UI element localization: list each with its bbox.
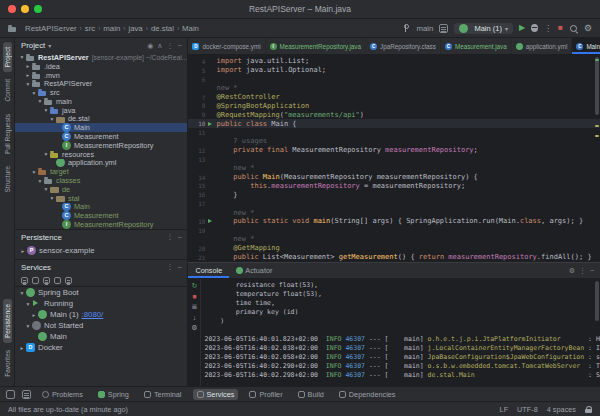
git-branch-label[interactable]: main xyxy=(416,24,433,33)
chevron-icon[interactable]: ▾ xyxy=(30,90,38,96)
chevron-icon[interactable]: ▾ xyxy=(24,301,32,307)
chevron-icon[interactable]: ▾ xyxy=(30,169,38,175)
breadcrumb-item-java[interactable]: java xyxy=(127,24,143,33)
inlay-hint[interactable]: new * xyxy=(216,164,254,172)
more-actions-icon[interactable]: ⋮ xyxy=(544,24,552,33)
chevron-icon[interactable]: ▾ xyxy=(42,107,50,113)
chevron-icon[interactable]: ▸ xyxy=(24,63,32,69)
chevron-icon[interactable]: ▾ xyxy=(24,323,32,329)
breadcrumb-item-restapiserver[interactable]: RestAPIServer xyxy=(24,24,78,33)
tree-item-resources[interactable]: ▾resources xyxy=(15,150,187,159)
editor-line[interactable]: 7@RestController xyxy=(188,93,600,102)
status-item-4-spaces[interactable]: 4 spaces xyxy=(547,405,576,414)
run-configuration-select[interactable]: Main (1) ▾ xyxy=(454,23,513,34)
editor-line[interactable]: 19 xyxy=(188,226,600,235)
tree-item-classes[interactable]: ▾classes xyxy=(15,176,187,185)
tree-item-.idea[interactable]: ▸.idea xyxy=(15,62,187,71)
scroll-to-end-icon[interactable]: ↓ xyxy=(193,314,197,321)
chevron-icon[interactable]: ▸ xyxy=(19,248,27,254)
lock-icon[interactable] xyxy=(585,406,592,413)
editor-line[interactable]: 20 @GetMapping xyxy=(188,244,600,253)
git-branch-icon[interactable] xyxy=(402,24,410,33)
soft-wrap-icon[interactable]: ≣ xyxy=(192,303,198,311)
editor-line[interactable]: 4import java.util.List; xyxy=(188,57,600,66)
editor-tab-jparepository.class[interactable]: CJpaRepository.class xyxy=(366,38,441,54)
tree-item-restapiserver[interactable]: ▾RestAPIServer xyxy=(15,79,187,88)
inlay-hint[interactable]: 7 usages xyxy=(216,137,267,145)
editor-line[interactable]: 17 xyxy=(188,199,600,208)
toolwindow-button-problems[interactable]: Problems xyxy=(38,389,87,400)
inlay-hint-line[interactable]: new * xyxy=(188,84,600,93)
toolwindow-stripe-pull-requests[interactable]: Pull Requests xyxy=(3,109,12,159)
rerun-icon[interactable]: ↻ xyxy=(192,282,198,290)
inlay-hint[interactable]: new * xyxy=(216,84,237,92)
run-gutter-icon[interactable] xyxy=(208,122,212,126)
more-options-icon[interactable]: ⋮ xyxy=(166,263,173,271)
tree-item-measurementrepository[interactable]: IMeasurementRepository xyxy=(15,141,187,150)
tree-item-de[interactable]: ▾de xyxy=(15,185,187,194)
hide-panel-icon[interactable]: − xyxy=(590,267,594,274)
inlay-hint-line[interactable]: 7 usages xyxy=(188,137,600,146)
editor-line[interactable]: 21 public List<Measurement> getMeasureme… xyxy=(188,253,600,262)
editor-line[interactable]: 13 xyxy=(188,155,600,164)
toolwindow-button-terminal[interactable]: Terminal xyxy=(140,389,186,400)
tree-item-not-started[interactable]: ▾Not Started xyxy=(15,320,187,331)
chevron-icon[interactable]: ▾ xyxy=(24,81,32,87)
stop-icon[interactable]: ■ xyxy=(192,293,196,300)
settings-gear-icon[interactable]: ⚙ xyxy=(584,24,592,33)
chevron-icon[interactable]: ▾ xyxy=(42,151,50,157)
tree-item-main[interactable]: Main xyxy=(15,331,187,342)
editor-line[interactable]: 5import java.util.Optional; xyxy=(188,66,600,75)
close-window-button[interactable] xyxy=(8,5,16,13)
chevron-icon[interactable]: ▸ xyxy=(24,72,32,78)
editor-line[interactable]: 10public class Main { xyxy=(188,119,600,128)
toolwindow-switcher-icon[interactable] xyxy=(22,390,31,399)
zoom-window-button[interactable] xyxy=(34,5,42,13)
tree-item-main[interactable]: CMain xyxy=(15,123,187,132)
toolwindow-button-services[interactable]: Services xyxy=(193,389,239,400)
tree-item-target[interactable]: ▾target xyxy=(15,167,187,176)
toolwindow-button-spring[interactable]: Spring xyxy=(94,389,133,400)
editor-line[interactable]: 8@SpringBootApplication xyxy=(188,101,600,110)
tree-item-main[interactable]: CMain xyxy=(15,203,187,212)
toolwindow-stripe-structure[interactable]: Structure xyxy=(3,161,12,197)
toolwindow-stripe-project[interactable]: Project xyxy=(3,42,12,72)
breadcrumb-item-src[interactable]: src xyxy=(84,24,96,33)
view-mode-icon[interactable] xyxy=(21,277,28,284)
editor-line[interactable]: 15 this.measurementRepository = measurem… xyxy=(188,181,600,190)
group-services-icon[interactable] xyxy=(43,277,50,284)
tree-item-java[interactable]: ▾java xyxy=(15,106,187,115)
breadcrumb-item-de.stal[interactable]: de.stal xyxy=(150,24,175,33)
inlay-hint-line[interactable]: new * xyxy=(188,208,600,217)
chevron-down-icon[interactable]: ▾ xyxy=(48,42,51,49)
editor-tab-measurement.java[interactable]: CMeasurement.java xyxy=(441,38,512,54)
toolwindow-button-profiler[interactable]: Profiler xyxy=(245,389,286,400)
hide-panel-icon[interactable]: − xyxy=(177,234,181,241)
editor-tab-measurementrepository.java[interactable]: IMeasurementRepository.java xyxy=(266,38,366,54)
more-options-icon[interactable]: ⋮ xyxy=(166,233,173,241)
editor-scrollbar[interactable] xyxy=(594,55,600,262)
toolwindow-button-dependencies[interactable]: Dependencies xyxy=(335,389,400,400)
settings-gear-icon[interactable]: ⚙ xyxy=(569,267,575,275)
more-options-icon[interactable]: ⋮ xyxy=(579,267,586,275)
chevron-icon[interactable]: ▾ xyxy=(48,116,56,122)
editor-line[interactable]: 6 xyxy=(188,75,600,84)
scrollbar-thumb[interactable] xyxy=(595,57,599,115)
filter-icon[interactable] xyxy=(54,277,61,284)
inlay-hint-line[interactable]: new * xyxy=(188,235,600,244)
tree-item-spring-boot[interactable]: ▾Spring Boot xyxy=(15,287,187,298)
editor-tab-application.yml[interactable]: application.yml xyxy=(512,38,573,54)
editor-line[interactable]: 12 private final MeasurementRepository m… xyxy=(188,146,600,155)
build-hammer-icon[interactable] xyxy=(439,24,448,33)
status-item-lf[interactable]: LF xyxy=(500,405,509,414)
hide-panel-icon[interactable]: − xyxy=(177,264,181,271)
chevron-icon[interactable]: ▾ xyxy=(18,54,26,60)
tree-item-main[interactable]: ▾main xyxy=(15,97,187,106)
console-tab-actuator[interactable]: Actuator xyxy=(229,263,279,278)
tree-item-docker[interactable]: ▸DDocker xyxy=(15,342,187,353)
editor-tab-docker-compose.yml[interactable]: Ddocker-compose.yml xyxy=(188,38,265,54)
editor-line[interactable]: 18 public static void main(String[] args… xyxy=(188,217,600,226)
editor-line[interactable]: 11 xyxy=(188,128,600,137)
chevron-icon[interactable]: ▸ xyxy=(18,345,26,351)
options-icon[interactable] xyxy=(65,277,72,284)
